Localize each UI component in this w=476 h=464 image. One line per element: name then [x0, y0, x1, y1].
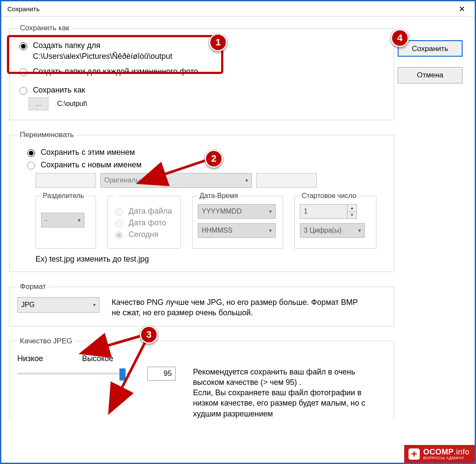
save-button[interactable]: Сохранить [398, 40, 463, 57]
save-as-legend: Сохранить как [17, 24, 72, 32]
name-part-select-value: Оригинальное имя [104, 176, 165, 184]
slider-track [17, 373, 130, 374]
chevron-down-icon: ▾ [269, 208, 272, 214]
radio-today[interactable] [115, 231, 123, 239]
separator-group: Разделитель - ▾ [35, 192, 96, 249]
radio-create-folder-label: Создать папку для [33, 41, 100, 50]
radio-keep-name-label: Сохранить с этим именем [41, 148, 135, 157]
watermark-suffix: .info [453, 448, 470, 456]
chevron-down-icon: ▾ [245, 177, 248, 183]
format-value: JPG [21, 301, 35, 309]
radio-keep-name[interactable] [27, 149, 35, 157]
radio-create-folder[interactable] [19, 42, 27, 50]
watermark: + OCOMP.info ВОПРОСЫ АДМИНУ [404, 445, 475, 463]
chevron-down-icon: ▾ [78, 217, 80, 223]
quality-value-input[interactable] [147, 367, 176, 381]
spin-down-icon[interactable]: ▼ [347, 212, 357, 219]
rename-legend: Переименовать [17, 131, 77, 139]
start-number-legend: Стартовое число [300, 192, 358, 200]
datetime-format-group: Дата-Время YYYYMMDD ▾ HHMMSS ▾ [192, 192, 283, 249]
watermark-brand: OCOMP [423, 448, 454, 456]
prefix-input[interactable] [35, 173, 96, 188]
chevron-down-icon: ▾ [269, 227, 272, 234]
radio-today-label: Сегодня [129, 230, 158, 239]
datetime-legend: Дата-Время [198, 192, 240, 200]
start-number-value: 1 [300, 205, 347, 218]
separator-value: - [45, 216, 47, 224]
name-part-select[interactable]: Оригинальное имя ▾ [100, 173, 252, 188]
separator-legend: Разделитель [41, 192, 86, 200]
radio-new-name[interactable] [27, 162, 35, 170]
start-number-spinner[interactable]: 1 ▲▼ [300, 204, 357, 219]
format-note: Качество PNG лучше чем JPG, но его разме… [112, 297, 358, 318]
rename-group: Переименовать Сохранить с этим именем Со… [9, 131, 394, 272]
save-dialog: Сохранить ✕ Сохранить Отмена Сохранить к… [0, 0, 476, 464]
browse-button[interactable]: ... [29, 97, 48, 110]
plus-icon: + [408, 448, 420, 460]
title-bar: Сохранить ✕ [1, 1, 475, 17]
spin-up-icon[interactable]: ▲ [347, 205, 357, 212]
radio-photo-date[interactable] [115, 220, 123, 227]
quality-note: Рекомендуется сохранить ваш файл в очень… [193, 367, 383, 419]
radio-photo-date-label: Дата фото [129, 218, 166, 227]
digits-select[interactable]: 3 Цифра(ы) ▾ [300, 223, 365, 238]
radio-file-date[interactable] [115, 208, 123, 216]
slider-thumb[interactable] [119, 368, 125, 381]
format-select[interactable]: JPG ▾ [17, 297, 100, 313]
radio-save-as[interactable] [19, 87, 27, 95]
quality-high-label: Высокое [82, 354, 113, 363]
suffix-input[interactable] [256, 173, 317, 188]
cancel-button[interactable]: Отмена [398, 67, 463, 83]
radio-file-date-label: Дата файла [129, 207, 172, 216]
radio-folder-per-photo-label: Создать папки для каждой измененного фот… [33, 67, 198, 76]
date-format-select[interactable]: YYYYMMDD ▾ [198, 204, 276, 219]
date-source-group: . Дата файла Дата фото Сегодня [107, 192, 181, 249]
time-format-select[interactable]: HHMMSS ▾ [198, 223, 276, 238]
window-title: Сохранить [7, 5, 40, 13]
close-icon[interactable]: ✕ [453, 4, 470, 14]
format-group: Формат JPG ▾ Качество PNG лучше чем JPG,… [9, 282, 394, 326]
quality-slider[interactable] [17, 367, 130, 384]
radio-new-name-label: Сохранить с новым именем [41, 160, 142, 170]
radio-save-as-label: Сохранить как [33, 86, 85, 95]
chevron-down-icon: ▾ [358, 227, 361, 234]
quality-low-label: Низкое [17, 354, 43, 363]
quality-group: Качество JPEG Низкое Высокое Рекомендует… [9, 337, 394, 419]
digits-value: 3 Цифра(ы) [304, 227, 341, 234]
date-format-value: YYYYMMDD [202, 208, 241, 215]
radio-folder-per-photo[interactable] [19, 68, 27, 76]
chevron-down-icon: ▾ [93, 302, 96, 308]
save-as-group: Сохранить как Создать папку для C:\Users… [9, 24, 394, 120]
output-path: C:\Users\alex\Pictures\Ñêðèíøîòû\output [33, 52, 386, 61]
watermark-tagline: ВОПРОСЫ АДМИНУ [423, 456, 470, 460]
rename-example: Ex) test.jpg изменить до test.jpg [35, 255, 386, 264]
start-number-group: Стартовое число 1 ▲▼ 3 Цифра(ы) ▾ [294, 192, 376, 249]
quality-legend: Качество JPEG [17, 337, 75, 346]
separator-select[interactable]: - ▾ [41, 213, 84, 227]
save-as-path: C:\output\ [57, 100, 87, 108]
time-format-value: HHMMSS [202, 227, 232, 234]
format-legend: Формат [17, 282, 48, 291]
